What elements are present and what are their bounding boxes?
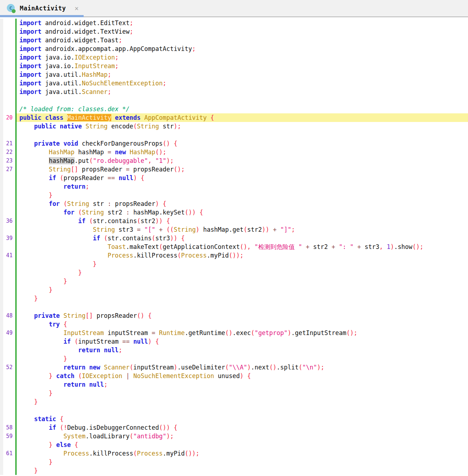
code-line[interactable]: import java.io.IOException; xyxy=(0,53,468,62)
code-line[interactable]: } xyxy=(0,191,468,199)
code-line[interactable]: } catch (IOException | NoSuchElementExce… xyxy=(0,372,468,380)
code-line[interactable]: import java.util.Scanner; xyxy=(0,88,468,96)
code-line[interactable]: import java.util.HashMap; xyxy=(0,70,468,79)
code-text: import java.io.IOException; xyxy=(17,53,468,62)
code-line[interactable]: Toast.makeText(getApplicationContext(), … xyxy=(0,242,468,251)
code-line[interactable]: 20public class MainActivity extends AppC… xyxy=(0,113,468,122)
code-line[interactable]: } else { xyxy=(0,440,468,449)
code-line[interactable]: } xyxy=(0,286,468,294)
token-pl xyxy=(75,372,78,380)
line-number: 21 xyxy=(0,139,17,148)
token-pl xyxy=(19,355,64,362)
code-line[interactable]: } xyxy=(0,354,468,363)
tab-mainactivity[interactable]: C MainActivity × xyxy=(0,0,84,17)
token-sep: } xyxy=(49,390,52,397)
code-line[interactable] xyxy=(0,303,468,311)
code-text xyxy=(17,303,468,311)
code-line[interactable]: import java.io.InputStream; xyxy=(0,62,468,70)
token-pl xyxy=(19,467,34,474)
code-editor[interactable]: import android.widget.EditText;import an… xyxy=(0,18,468,476)
code-line[interactable]: 27 String[] propsReader = propsReader(); xyxy=(0,165,468,174)
code-line[interactable]: } xyxy=(0,389,468,397)
code-line[interactable]: 21 private void checkForDangerousProps()… xyxy=(0,139,468,148)
code-line[interactable]: } xyxy=(0,397,468,406)
code-line[interactable]: public native String encode(String str); xyxy=(0,122,468,131)
code-line[interactable] xyxy=(0,406,468,415)
token-sep: ( xyxy=(177,252,181,259)
line-number xyxy=(0,406,17,415)
code-line[interactable]: 23 hashMap.put("ro.debuggable", "1"); xyxy=(0,156,468,165)
code-line[interactable]: for (String str2 : hashMap.keySet()) { xyxy=(0,208,468,217)
code-line[interactable] xyxy=(0,96,468,105)
code-line[interactable]: import androidx.appcompat.app.AppCompatA… xyxy=(0,44,468,53)
code-line[interactable]: 49 InputStream inputStream = Runtime.get… xyxy=(0,329,468,337)
code-line[interactable]: for (String str : propsReader) { xyxy=(0,199,468,208)
code-line[interactable]: if (propsReader == null) { xyxy=(0,174,468,182)
code-line[interactable]: 22 HashMap hashMap = new HashMap(); xyxy=(0,148,468,156)
token-kw: import xyxy=(19,71,41,78)
code-line[interactable]: return null; xyxy=(0,380,468,389)
token-sep: ( xyxy=(64,200,67,207)
token-pl: java.util. xyxy=(41,71,82,78)
code-text xyxy=(17,96,468,105)
token-ty: System xyxy=(64,433,85,440)
code-line[interactable]: 48 private String[] propsReader() { xyxy=(0,311,468,320)
token-sep: } xyxy=(64,278,67,285)
token-pl xyxy=(269,226,273,233)
code-line[interactable]: return null; xyxy=(0,346,468,354)
code-line[interactable]: import android.widget.TextView; xyxy=(0,27,468,36)
line-number xyxy=(0,70,17,79)
code-line[interactable]: return; xyxy=(0,182,468,191)
code-line[interactable]: if (inputStream == null) { xyxy=(0,337,468,346)
token-sep: } xyxy=(49,286,52,293)
line-number xyxy=(0,199,17,208)
code-text: private String[] propsReader() { xyxy=(17,311,468,320)
token-str: "[" xyxy=(144,226,155,233)
code-line[interactable]: 36 if (str.contains(str2)) { xyxy=(0,217,468,225)
code-line[interactable]: static { xyxy=(0,415,468,423)
code-line[interactable]: } xyxy=(0,458,468,466)
line-number xyxy=(0,208,17,217)
code-line[interactable] xyxy=(0,131,468,139)
token-pl: propsReader xyxy=(93,312,137,319)
code-line[interactable]: 59 System.loadLibrary("antidbg"); xyxy=(0,432,468,440)
code-text: try { xyxy=(17,320,468,329)
close-icon[interactable]: × xyxy=(75,5,79,12)
code-line[interactable]: import android.widget.EditText; xyxy=(0,19,468,27)
code-text: } xyxy=(17,389,468,397)
token-kw: import xyxy=(19,80,41,87)
code-line[interactable]: try { xyxy=(0,320,468,329)
token-pl: str.contains xyxy=(108,235,152,242)
token-op: + xyxy=(159,226,163,233)
code-text: } xyxy=(17,397,468,406)
code-line[interactable]: } xyxy=(0,277,468,286)
token-pl: java.util. xyxy=(41,88,82,95)
code-text: private void checkForDangerousProps() { xyxy=(17,139,468,148)
code-text: import android.widget.EditText; xyxy=(17,19,468,27)
code-line[interactable]: } xyxy=(0,466,468,475)
code-line[interactable]: 39 if (str.contains(str3)) { xyxy=(0,234,468,242)
code-line[interactable]: } xyxy=(0,294,468,303)
token-op: : xyxy=(126,209,130,216)
token-sep: } xyxy=(34,467,38,474)
code-line[interactable]: /* loaded from: classes.dex */ xyxy=(0,105,468,113)
token-sep: { xyxy=(174,424,177,431)
token-ty: InputStream xyxy=(64,329,104,336)
code-line[interactable]: } xyxy=(0,260,468,268)
token-pl xyxy=(19,312,34,319)
code-line[interactable]: String str3 = "[" + ((String) hashMap.ge… xyxy=(0,225,468,234)
code-line[interactable]: import android.widget.Toast; xyxy=(0,36,468,44)
code-line[interactable]: 52 return new Scanner(inputStream).useDe… xyxy=(0,363,468,372)
code-line[interactable]: 58 if (!Debug.isDebuggerConnected()) { xyxy=(0,423,468,432)
code-line[interactable]: 61 Process.killProcess(Process.myPid()); xyxy=(0,449,468,458)
code-line[interactable]: 41 Process.killProcess(Process.myPid()); xyxy=(0,251,468,260)
token-op: = xyxy=(108,149,111,156)
token-kw: else xyxy=(56,441,71,448)
line-number xyxy=(0,415,17,423)
code-line[interactable]: import java.util.NoSuchElementException; xyxy=(0,79,468,88)
code-lines: import android.widget.EditText;import an… xyxy=(0,19,468,475)
token-pl: hashMap.keySet xyxy=(130,209,185,216)
token-pl xyxy=(19,226,93,233)
code-text: return null; xyxy=(17,346,468,354)
code-line[interactable]: } xyxy=(0,268,468,277)
